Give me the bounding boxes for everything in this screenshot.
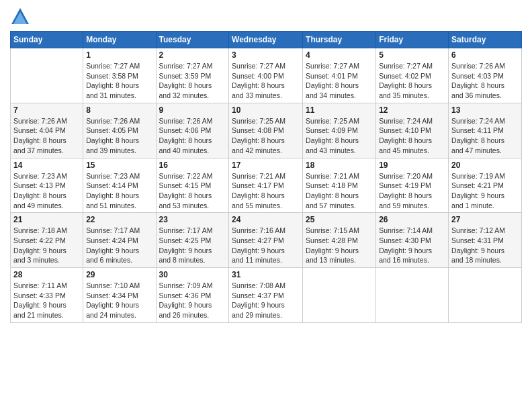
day-info: Sunrise: 7:24 AM Sunset: 4:10 PM Dayligh… — [379, 116, 445, 156]
day-info: Sunrise: 7:17 AM Sunset: 4:24 PM Dayligh… — [86, 226, 152, 265]
calendar-cell: 29Sunrise: 7:10 AM Sunset: 4:34 PM Dayli… — [83, 268, 156, 323]
calendar-cell: 10Sunrise: 7:25 AM Sunset: 4:08 PM Dayli… — [229, 103, 303, 158]
day-number: 22 — [86, 215, 152, 224]
calendar-cell: 14Sunrise: 7:23 AM Sunset: 4:13 PM Dayli… — [11, 158, 83, 213]
calendar-cell: 3Sunrise: 7:27 AM Sunset: 4:00 PM Daylig… — [229, 48, 303, 103]
day-number: 27 — [451, 215, 519, 224]
day-info: Sunrise: 7:23 AM Sunset: 4:13 PM Dayligh… — [13, 171, 80, 211]
calendar-table: SundayMondayTuesdayWednesdayThursdayFrid… — [10, 31, 522, 323]
day-info: Sunrise: 7:14 AM Sunset: 4:30 PM Dayligh… — [379, 226, 445, 265]
day-info: Sunrise: 7:24 AM Sunset: 4:11 PM Dayligh… — [451, 116, 519, 156]
day-number: 13 — [451, 105, 519, 115]
day-number: 25 — [306, 215, 373, 224]
calendar-week-row: 14Sunrise: 7:23 AM Sunset: 4:13 PM Dayli… — [11, 158, 522, 213]
day-number: 7 — [13, 105, 80, 115]
day-info: Sunrise: 7:21 AM Sunset: 4:18 PM Dayligh… — [306, 171, 373, 211]
day-number: 17 — [232, 161, 300, 170]
day-number: 20 — [451, 161, 519, 170]
calendar-cell: 27Sunrise: 7:12 AM Sunset: 4:31 PM Dayli… — [449, 213, 522, 268]
day-number: 5 — [379, 50, 445, 60]
calendar-cell: 30Sunrise: 7:09 AM Sunset: 4:36 PM Dayli… — [156, 268, 229, 323]
calendar-cell: 18Sunrise: 7:21 AM Sunset: 4:18 PM Dayli… — [303, 158, 376, 213]
calendar-cell: 15Sunrise: 7:23 AM Sunset: 4:14 PM Dayli… — [83, 158, 156, 213]
day-info: Sunrise: 7:09 AM Sunset: 4:36 PM Dayligh… — [159, 281, 226, 320]
day-info: Sunrise: 7:27 AM Sunset: 4:00 PM Dayligh… — [232, 61, 300, 101]
day-info: Sunrise: 7:22 AM Sunset: 4:15 PM Dayligh… — [159, 171, 226, 211]
calendar-cell — [376, 268, 449, 323]
day-number: 15 — [86, 161, 152, 170]
calendar-cell — [303, 268, 376, 323]
logo — [10, 7, 33, 27]
day-info: Sunrise: 7:16 AM Sunset: 4:27 PM Dayligh… — [232, 226, 300, 265]
day-number: 10 — [232, 105, 300, 115]
page-container: SundayMondayTuesdayWednesdayThursdayFrid… — [0, 0, 532, 330]
calendar-cell: 2Sunrise: 7:27 AM Sunset: 3:59 PM Daylig… — [156, 48, 229, 103]
day-number: 8 — [86, 105, 152, 115]
day-number: 18 — [306, 161, 373, 170]
day-info: Sunrise: 7:10 AM Sunset: 4:34 PM Dayligh… — [86, 281, 152, 320]
calendar-cell: 9Sunrise: 7:26 AM Sunset: 4:06 PM Daylig… — [156, 103, 229, 158]
calendar-week-row: 7Sunrise: 7:26 AM Sunset: 4:04 PM Daylig… — [11, 103, 522, 158]
day-number: 19 — [379, 161, 445, 170]
day-info: Sunrise: 7:21 AM Sunset: 4:17 PM Dayligh… — [232, 171, 300, 211]
day-info: Sunrise: 7:26 AM Sunset: 4:05 PM Dayligh… — [86, 116, 152, 156]
calendar-cell: 7Sunrise: 7:26 AM Sunset: 4:04 PM Daylig… — [11, 103, 83, 158]
calendar-cell: 11Sunrise: 7:25 AM Sunset: 4:09 PM Dayli… — [303, 103, 376, 158]
day-info: Sunrise: 7:19 AM Sunset: 4:21 PM Dayligh… — [451, 171, 519, 211]
day-number: 6 — [451, 50, 519, 60]
calendar-week-row: 1Sunrise: 7:27 AM Sunset: 3:58 PM Daylig… — [11, 48, 522, 103]
day-info: Sunrise: 7:08 AM Sunset: 4:37 PM Dayligh… — [232, 281, 300, 320]
day-number: 26 — [379, 215, 445, 224]
day-info: Sunrise: 7:11 AM Sunset: 4:33 PM Dayligh… — [13, 281, 80, 320]
day-number: 11 — [306, 105, 373, 115]
calendar-cell: 21Sunrise: 7:18 AM Sunset: 4:22 PM Dayli… — [11, 213, 83, 268]
day-number: 14 — [13, 161, 80, 170]
calendar-cell: 20Sunrise: 7:19 AM Sunset: 4:21 PM Dayli… — [449, 158, 522, 213]
day-info: Sunrise: 7:25 AM Sunset: 4:09 PM Dayligh… — [306, 116, 373, 156]
calendar-cell: 13Sunrise: 7:24 AM Sunset: 4:11 PM Dayli… — [449, 103, 522, 158]
calendar-day-header: Monday — [83, 32, 156, 48]
calendar-cell — [11, 48, 83, 103]
calendar-cell: 5Sunrise: 7:27 AM Sunset: 4:02 PM Daylig… — [376, 48, 449, 103]
day-number: 24 — [232, 215, 300, 224]
calendar-cell: 16Sunrise: 7:22 AM Sunset: 4:15 PM Dayli… — [156, 158, 229, 213]
day-number: 21 — [13, 215, 80, 224]
calendar-day-header: Tuesday — [156, 32, 229, 48]
day-info: Sunrise: 7:27 AM Sunset: 3:58 PM Dayligh… — [86, 61, 152, 101]
header — [10, 7, 522, 27]
day-number: 31 — [232, 270, 300, 279]
calendar-cell: 28Sunrise: 7:11 AM Sunset: 4:33 PM Dayli… — [11, 268, 83, 323]
calendar-cell: 6Sunrise: 7:26 AM Sunset: 4:03 PM Daylig… — [449, 48, 522, 103]
calendar-day-header: Sunday — [11, 32, 83, 48]
calendar-cell: 24Sunrise: 7:16 AM Sunset: 4:27 PM Dayli… — [229, 213, 303, 268]
logo-icon — [10, 7, 30, 27]
day-info: Sunrise: 7:26 AM Sunset: 4:06 PM Dayligh… — [159, 116, 226, 156]
calendar-day-header: Saturday — [449, 32, 522, 48]
calendar-cell: 26Sunrise: 7:14 AM Sunset: 4:30 PM Dayli… — [376, 213, 449, 268]
day-info: Sunrise: 7:26 AM Sunset: 4:03 PM Dayligh… — [451, 61, 519, 101]
day-info: Sunrise: 7:18 AM Sunset: 4:22 PM Dayligh… — [13, 226, 80, 265]
calendar-cell: 1Sunrise: 7:27 AM Sunset: 3:58 PM Daylig… — [83, 48, 156, 103]
day-number: 29 — [86, 270, 152, 279]
day-number: 23 — [159, 215, 226, 224]
calendar-cell: 23Sunrise: 7:17 AM Sunset: 4:25 PM Dayli… — [156, 213, 229, 268]
day-number: 28 — [13, 270, 80, 279]
calendar-week-row: 28Sunrise: 7:11 AM Sunset: 4:33 PM Dayli… — [11, 268, 522, 323]
day-info: Sunrise: 7:12 AM Sunset: 4:31 PM Dayligh… — [451, 226, 519, 265]
day-info: Sunrise: 7:20 AM Sunset: 4:19 PM Dayligh… — [379, 171, 445, 211]
day-info: Sunrise: 7:15 AM Sunset: 4:28 PM Dayligh… — [306, 226, 373, 265]
calendar-cell: 19Sunrise: 7:20 AM Sunset: 4:19 PM Dayli… — [376, 158, 449, 213]
day-number: 3 — [232, 50, 300, 60]
day-info: Sunrise: 7:25 AM Sunset: 4:08 PM Dayligh… — [232, 116, 300, 156]
calendar-day-header: Wednesday — [229, 32, 303, 48]
day-info: Sunrise: 7:27 AM Sunset: 3:59 PM Dayligh… — [159, 61, 226, 101]
calendar-cell: 4Sunrise: 7:27 AM Sunset: 4:01 PM Daylig… — [303, 48, 376, 103]
calendar-cell: 8Sunrise: 7:26 AM Sunset: 4:05 PM Daylig… — [83, 103, 156, 158]
day-number: 9 — [159, 105, 226, 115]
calendar-cell: 22Sunrise: 7:17 AM Sunset: 4:24 PM Dayli… — [83, 213, 156, 268]
calendar-week-row: 21Sunrise: 7:18 AM Sunset: 4:22 PM Dayli… — [11, 213, 522, 268]
calendar-cell: 31Sunrise: 7:08 AM Sunset: 4:37 PM Dayli… — [229, 268, 303, 323]
day-number: 1 — [86, 50, 152, 60]
calendar-cell: 25Sunrise: 7:15 AM Sunset: 4:28 PM Dayli… — [303, 213, 376, 268]
day-number: 12 — [379, 105, 445, 115]
